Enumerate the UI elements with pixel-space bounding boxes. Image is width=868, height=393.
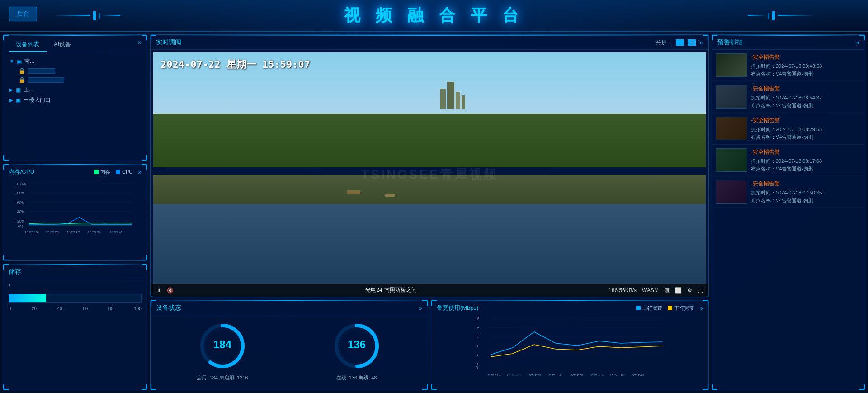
alert-title-bar: 预警抓拍 » bbox=[712, 35, 865, 50]
tree-item-label-root: 南... bbox=[24, 57, 34, 65]
deco-bar-2 bbox=[102, 15, 120, 16]
video-header: 实时调阅 分屏： » bbox=[151, 35, 708, 50]
alert-location-3: 布点名称：V4告警通道-勿删 bbox=[751, 133, 861, 141]
quad-screen-btn[interactable] bbox=[688, 39, 696, 46]
svg-text:0: 0 bbox=[476, 365, 478, 370]
scene-trees bbox=[153, 114, 706, 167]
svg-text:15:59:12: 15:59:12 bbox=[486, 373, 501, 377]
legend-dot-mem bbox=[94, 170, 99, 174]
alert-expand-icon[interactable]: » bbox=[856, 39, 859, 46]
tree-item-root[interactable]: ▼ ▣ 南... bbox=[7, 56, 143, 66]
server-icon-3: ▣ bbox=[16, 97, 21, 104]
alert-type-1: -安全帽告警 bbox=[751, 53, 861, 61]
deco-block-4 bbox=[772, 11, 775, 20]
back-button[interactable]: 后台 bbox=[9, 7, 37, 21]
mem-cpu-expand-icon[interactable]: » bbox=[138, 168, 142, 175]
tree-item-door[interactable]: ▶ ▣ 一楼大门口 bbox=[7, 95, 143, 105]
svg-text:15:59:24: 15:59:24 bbox=[547, 373, 562, 377]
gauge-2-wrapper: 136 在线: 136 离线: 48 bbox=[332, 321, 382, 381]
alert-type-3: -安全帽告警 bbox=[751, 117, 861, 124]
svg-text:15:59:16: 15:59:16 bbox=[507, 373, 521, 377]
tab-ai-device[interactable]: AI设备 bbox=[47, 38, 78, 52]
boat-2 bbox=[385, 194, 395, 197]
storage-title: 储存 bbox=[9, 268, 21, 276]
mute-icon[interactable]: 🔇 bbox=[167, 287, 174, 294]
svg-text:15:59:20: 15:59:20 bbox=[527, 373, 542, 377]
deco-block-1 bbox=[93, 11, 96, 20]
svg-text:15:59:27: 15:59:27 bbox=[66, 230, 80, 234]
device-status-expand-icon[interactable]: » bbox=[419, 304, 422, 312]
alert-item-1[interactable]: -安全帽告警 抓拍时间：2024-07-18 09:43:58 布点名称：V4告… bbox=[712, 50, 865, 81]
svg-text:80%: 80% bbox=[17, 191, 25, 195]
alert-item-3[interactable]: -安全帽告警 抓拍时间：2024-07-18 08:29:55 布点名称：V4告… bbox=[712, 113, 865, 145]
tree-item-sub1[interactable]: 🔒 bbox=[16, 66, 143, 76]
mem-cpu-chart: 100% 80% 60% 40% 20% 0% 15:59:13 bbox=[7, 180, 143, 238]
scale-80: 80 bbox=[108, 306, 113, 311]
deco-bar-4 bbox=[778, 15, 814, 16]
codec: WASM bbox=[642, 287, 659, 294]
settings-icon[interactable]: ⚙ bbox=[687, 287, 692, 294]
alert-time-4: 抓拍时间：2024-07-18 08:17:08 bbox=[751, 157, 861, 165]
alert-item-4[interactable]: -安全帽告警 抓拍时间：2024-07-18 08:17:08 布点名称：V4告… bbox=[712, 145, 865, 176]
channel-name: 光电24-南照两桥之间 bbox=[365, 286, 416, 294]
alert-item-2[interactable]: -安全帽告警 抓拍时间：2024-07-18 08:54:37 布点名称：V4告… bbox=[712, 81, 865, 113]
tree-item-sub2[interactable]: 🔒 bbox=[16, 76, 143, 85]
video-timestamp: 2024-07-22 星期一 15:59:07 bbox=[160, 58, 310, 71]
svg-text:15:59:41: 15:59:41 bbox=[109, 230, 123, 234]
alert-location-4: 布点名称：V4告警通道-勿删 bbox=[751, 165, 861, 173]
mem-cpu-panel: 内存/CPU 内存 CPU » bbox=[3, 164, 147, 261]
legend-up: 上行宽带 bbox=[636, 304, 662, 312]
device-list-expand-icon[interactable]: » bbox=[138, 38, 142, 52]
alert-info-4: -安全帽告警 抓拍时间：2024-07-18 08:17:08 布点名称：V4告… bbox=[751, 148, 861, 172]
device-list-panel: 设备列表 AI设备 » ▼ ▣ 南... 🔒 bbox=[3, 34, 147, 161]
alert-thumb-2 bbox=[716, 85, 747, 109]
legend-label-up: 上行宽带 bbox=[642, 305, 662, 312]
alert-thumb-1 bbox=[716, 53, 747, 77]
svg-text:136: 136 bbox=[347, 338, 365, 350]
scale-20: 20 bbox=[32, 306, 37, 311]
bw-legend: 上行宽带 下行宽带 » bbox=[636, 304, 703, 312]
legend-mem: 内存 bbox=[94, 168, 110, 175]
screen-label: 分屏： bbox=[656, 39, 672, 47]
tree-item-up[interactable]: ▶ ▣ 上... bbox=[7, 85, 143, 95]
header-deco-left bbox=[54, 11, 120, 20]
storage-scale: 0 20 40 60 80 100 bbox=[9, 306, 142, 311]
header: 后台 视 频 融 合 平 台 bbox=[0, 0, 868, 32]
video-controls-right: 分屏： » bbox=[656, 39, 703, 47]
storage-content: / 0 20 40 60 80 100 bbox=[3, 279, 147, 316]
scale-0: 0 bbox=[9, 306, 11, 311]
alert-title: 预警抓拍 bbox=[717, 38, 743, 47]
screenshot-icon[interactable]: 🖼 bbox=[664, 287, 670, 294]
svg-text:9: 9 bbox=[476, 344, 478, 348]
alert-item-5[interactable]: -安全帽告警 抓拍时间：2024-07-18 07:50:35 布点名称：V4告… bbox=[712, 176, 865, 208]
svg-text:18: 18 bbox=[475, 317, 480, 321]
svg-text:40%: 40% bbox=[17, 209, 25, 214]
bw-expand-icon[interactable]: » bbox=[699, 304, 703, 312]
scale-40: 40 bbox=[57, 306, 62, 311]
video-expand-icon[interactable]: » bbox=[699, 39, 703, 46]
alert-info-2: -安全帽告警 抓拍时间：2024-07-18 08:54:37 布点名称：V4告… bbox=[751, 85, 861, 109]
single-screen-btn[interactable] bbox=[676, 39, 684, 46]
tab-device-list[interactable]: 设备列表 bbox=[9, 38, 47, 52]
video-bottom-bar: ⏸ 🔇 光电24-南照两桥之间 186.56KB/s WASM 🖼 ⬜ ⚙ ⛶ bbox=[151, 284, 708, 297]
left-column: 设备列表 AI设备 » ▼ ▣ 南... 🔒 bbox=[3, 34, 147, 390]
storage-title-bar: 储存 bbox=[3, 264, 147, 279]
deco-bar-1 bbox=[54, 15, 90, 16]
bottom-row: 设备状态 » bbox=[150, 300, 709, 390]
alert-thumb-4 bbox=[716, 148, 747, 172]
alert-time-3: 抓拍时间：2024-07-18 08:29:55 bbox=[751, 126, 861, 133]
alert-info-5: -安全帽告警 抓拍时间：2024-07-18 07:50:35 布点名称：V4告… bbox=[751, 180, 861, 204]
alert-location-1: 布点名称：V4告警通道-勿删 bbox=[751, 70, 861, 78]
main-container: 后台 视 频 融 合 平 台 设备列表 AI设备 » bbox=[0, 0, 868, 393]
record-icon[interactable]: ⬜ bbox=[675, 287, 682, 294]
scene-buildings bbox=[440, 82, 465, 109]
pause-icon[interactable]: ⏸ bbox=[156, 287, 161, 294]
svg-text:15: 15 bbox=[475, 326, 480, 330]
building-1 bbox=[440, 89, 446, 109]
legend-down: 下行宽带 bbox=[668, 304, 694, 312]
fullscreen-icon[interactable]: ⛶ bbox=[698, 287, 703, 294]
right-column: 预警抓拍 » -安全帽告警 抓拍时间：2024-07-18 09:43:58 布… bbox=[712, 34, 865, 390]
building-2 bbox=[447, 82, 454, 109]
deco-block-3 bbox=[768, 13, 769, 19]
gauge-2: 136 bbox=[332, 321, 382, 371]
